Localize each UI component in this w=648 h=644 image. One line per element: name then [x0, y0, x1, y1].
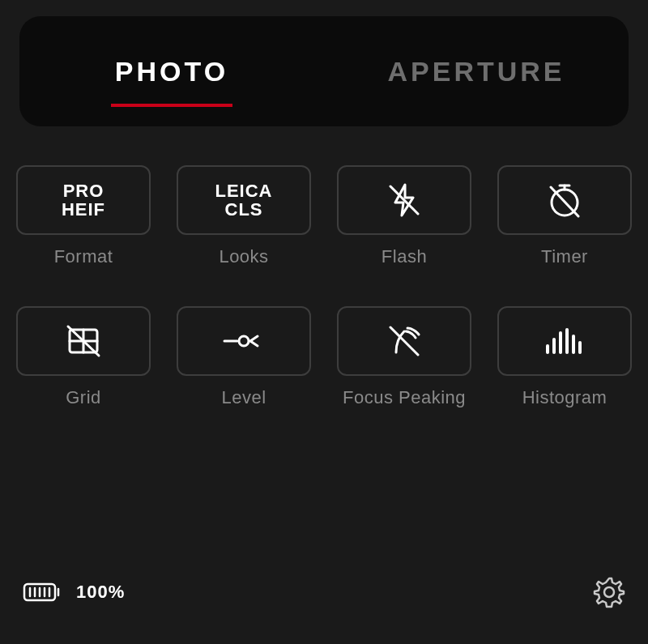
focus-peaking-button[interactable] [337, 306, 471, 376]
footer: 100% [0, 576, 648, 644]
histogram-label: Histogram [522, 387, 608, 408]
histogram-icon [543, 325, 586, 357]
mode-tabbar: PHOTO APERTURE [19, 16, 629, 126]
battery-icon [23, 581, 62, 603]
option-flash: Flash [332, 165, 476, 267]
battery-percent: 100% [76, 582, 125, 603]
tab-aperture[interactable]: APERTURE [324, 16, 629, 126]
options-grid: PROHEIF Format LEICACLS Looks [11, 165, 637, 408]
timer-button[interactable] [497, 165, 632, 235]
option-timer: Timer [492, 165, 637, 267]
battery-status: 100% [23, 581, 125, 603]
svg-line-13 [250, 341, 258, 346]
flash-off-icon [384, 180, 424, 220]
flash-label: Flash [382, 246, 427, 267]
option-looks: LEICACLS Looks [172, 165, 316, 267]
focus-peaking-off-icon [383, 320, 425, 362]
camera-settings-panel: PHOTO APERTURE PROHEIF Format LEICACLS L… [0, 0, 648, 644]
option-grid: Grid [11, 306, 156, 408]
option-format: PROHEIF Format [11, 165, 156, 267]
tab-photo[interactable]: PHOTO [19, 16, 324, 126]
timer-off-icon [544, 179, 586, 221]
looks-icon: LEICACLS [215, 181, 273, 219]
level-icon [220, 325, 268, 357]
flash-button[interactable] [337, 165, 471, 235]
grid-button[interactable] [16, 306, 151, 376]
grid-label: Grid [66, 387, 101, 408]
gear-icon [593, 576, 625, 608]
level-label: Level [221, 387, 266, 408]
grid-off-icon [62, 320, 104, 362]
histogram-button[interactable] [497, 306, 632, 376]
focus-peaking-label: Focus Peaking [343, 387, 466, 408]
looks-label: Looks [219, 246, 268, 267]
settings-button[interactable] [593, 576, 625, 608]
format-icon: PROHEIF [62, 181, 105, 219]
svg-point-11 [239, 336, 249, 346]
looks-button[interactable]: LEICACLS [177, 165, 311, 235]
svg-point-28 [604, 587, 614, 597]
timer-label: Timer [541, 246, 588, 267]
format-button[interactable]: PROHEIF [16, 165, 151, 235]
option-focus-peaking: Focus Peaking [332, 306, 476, 408]
level-button[interactable] [177, 306, 311, 376]
option-level: Level [172, 306, 316, 408]
option-histogram: Histogram [492, 306, 637, 408]
format-label: Format [54, 246, 113, 267]
